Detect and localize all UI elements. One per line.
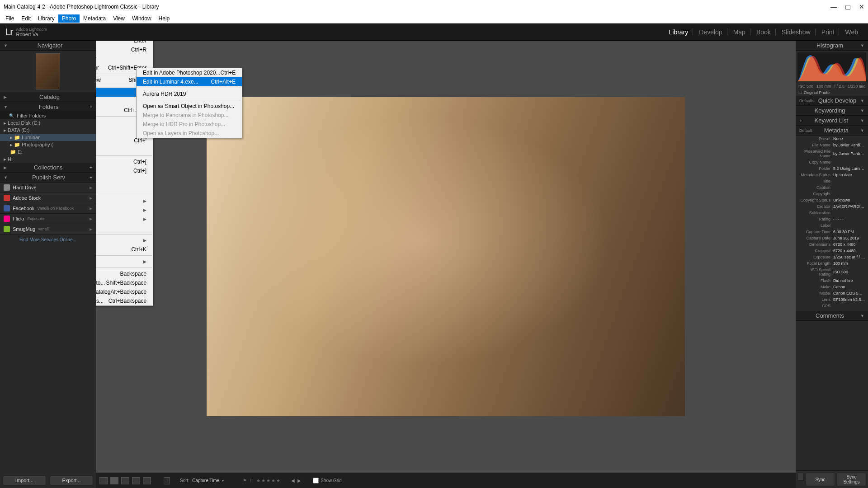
meta-rating[interactable]: Rating· · · · · (796, 216, 868, 222)
flag-pick-icon[interactable]: ⚑ (243, 478, 247, 483)
metadata-header[interactable]: DefaultMetadata▼ (796, 126, 868, 136)
module-develop[interactable]: Develop (694, 28, 727, 36)
publish-smugmug[interactable]: SmugMugvanelli▶ (0, 224, 96, 235)
menuitem-rotate-right-cw[interactable]: Rotate Right (CW)Ctrl+] (96, 166, 153, 175)
next-photo-icon[interactable]: ▶ (297, 478, 301, 483)
menuitem-remove-selected-photo[interactable]: Remove Selected Photo...Shift+Backspace (96, 278, 153, 287)
meta-capture-date[interactable]: Capture DateJune 26, 2019 (796, 235, 868, 241)
menuitem-set-rating[interactable]: Set Rating▶ (96, 206, 153, 215)
meta-label[interactable]: Label (796, 222, 868, 229)
menu-photo[interactable]: Photo (58, 14, 80, 23)
meta-exposure[interactable]: Exposure1/250 sec at f / 2.8 (796, 254, 868, 260)
menuitem-go-to-folder-in-library[interactable]: Go to Folder in Library (96, 54, 153, 63)
show-grid-checkbox[interactable] (313, 478, 319, 483)
module-web[interactable]: Web (840, 28, 863, 36)
publish-flickr[interactable]: FlickrExposure▶ (0, 214, 96, 224)
meta-make[interactable]: MakeCanon (796, 284, 868, 290)
meta-title[interactable]: Title (796, 178, 868, 184)
histogram[interactable] (797, 52, 866, 81)
folder-row[interactable]: ▸ 📁 Luminar (0, 134, 96, 141)
survey-view-icon[interactable] (132, 477, 140, 484)
meta-copyright[interactable]: Copyright (796, 191, 868, 197)
module-print[interactable]: Print (817, 28, 840, 36)
meta-folder[interactable]: Folder5.2 Using Luminar... (796, 165, 868, 172)
publish-adobe-stock[interactable]: Adobe Stock▶ (0, 193, 96, 203)
sync-toggle[interactable] (797, 473, 804, 481)
menu-library[interactable]: Library (34, 14, 58, 23)
menuitem-aurora-hdr-2019[interactable]: Aurora HDR 2019 (137, 89, 242, 99)
publish-header[interactable]: ▼Publish Serv+ (0, 173, 96, 183)
menuitem-flip-horizontal[interactable]: Flip Horizontal (96, 175, 153, 184)
folder-row[interactable]: ▸ Local Disk (C:) (0, 119, 96, 127)
rating-stars[interactable]: ★★★★★ (256, 478, 281, 483)
meta-dimensions[interactable]: Dimensions6720 x 4480 (796, 241, 868, 248)
collections-header[interactable]: ▶Collections+ (0, 163, 96, 173)
module-book[interactable]: Book (752, 28, 776, 36)
meta-capture-time[interactable]: Capture Time6:00:30 PM (796, 229, 868, 235)
flag-reject-icon[interactable]: ⚐ (250, 478, 254, 483)
folder-row[interactable]: 📁 E: (0, 148, 96, 155)
meta-focal-length[interactable]: Focal Length100 mm (796, 260, 868, 267)
module-map[interactable]: Map (729, 28, 750, 36)
meta-model[interactable]: ModelCanon EOS 5D M... (796, 290, 868, 296)
grid-view-icon[interactable] (99, 477, 108, 484)
minimize-icon[interactable]: — (830, 3, 837, 10)
meta-lens[interactable]: LensEF100mm f/2.8L M... (796, 296, 868, 303)
meta-copyright-status[interactable]: Copyright StatusUnknown (796, 197, 868, 203)
meta-copy-name[interactable]: Copy Name (796, 159, 868, 165)
menuitem-set-keyword[interactable]: Set Keyword▶ (96, 236, 153, 245)
painter-icon[interactable] (164, 477, 170, 484)
meta-creator[interactable]: CreatorJAVIER PARDINA (796, 203, 868, 210)
menuitem-set-flag[interactable]: Set Flag▶ (96, 197, 153, 206)
folder-row[interactable]: ▸ 📁 Photography ( (0, 141, 96, 148)
sort-value[interactable]: Capture Time (192, 478, 219, 483)
folder-row[interactable]: ▸ H: (0, 155, 96, 163)
publish-facebook[interactable]: FacebookVanelli on Facebook▶ (0, 203, 96, 214)
meta-flash[interactable]: FlashDid not fire (796, 277, 868, 284)
menuitem-show-in-explorer[interactable]: Show in ExplorerCtrl+R (96, 45, 153, 54)
filter-folders[interactable]: 🔍 Filter Folders (0, 112, 96, 119)
maximize-icon[interactable]: ▢ (845, 3, 851, 10)
menuitem-remove-photo-from-catalog[interactable]: Remove Photo from CatalogAlt+Backspace (96, 287, 153, 296)
compare-view-icon[interactable] (121, 477, 129, 484)
menu-edit[interactable]: Edit (18, 14, 34, 23)
menuitem-remove-photo[interactable]: Remove Photo...Backspace (96, 269, 153, 278)
loupe-view-icon[interactable] (110, 477, 118, 484)
keywording-header[interactable]: Keywording▼ (796, 106, 868, 116)
menu-window[interactable]: Window (128, 14, 155, 23)
navigator-thumbnail[interactable] (36, 53, 60, 89)
image-canvas[interactable]: Add to Quick CollectionBZoom In on Loupe… (96, 41, 796, 473)
find-more-services[interactable]: Find More Services Online... (0, 235, 96, 245)
sync-settings-button[interactable]: Sync Settings (837, 473, 866, 486)
menuitem-auto-advance[interactable]: Auto Advance (96, 224, 153, 233)
menuitem-rotate-left-ccw[interactable]: Rotate Left (CCW)Ctrl+[ (96, 157, 153, 166)
module-slideshow[interactable]: Slideshow (777, 28, 816, 36)
meta-file-name[interactable]: File Nameby Javier Pardina.CR2 (796, 142, 868, 148)
folders-header[interactable]: ▼Folders+ (0, 102, 96, 112)
meta-sublocation[interactable]: Sublocation (796, 210, 868, 216)
menuitem-flip-vertical[interactable]: Flip Vertical (96, 184, 153, 193)
folder-row[interactable]: ▸ DATA (D:) (0, 127, 96, 134)
meta-caption[interactable]: Caption (796, 184, 868, 191)
prev-photo-icon[interactable]: ◀ (291, 478, 295, 483)
show-grid-toggle[interactable]: Show Grid (313, 478, 342, 483)
menuitem-develop-settings[interactable]: Develop Settings▶ (96, 257, 153, 266)
menuitem-add-keywords[interactable]: Add Keywords...Ctrl+K (96, 245, 153, 254)
export-button[interactable]: Export... (50, 475, 93, 485)
meta-cropped[interactable]: Cropped6720 x 4480 (796, 248, 868, 254)
histogram-header[interactable]: Histogram▼ (796, 41, 868, 51)
catalog-header[interactable]: ▶Catalog (0, 92, 96, 102)
import-button[interactable]: Import... (3, 475, 46, 485)
menuitem-edit-in-adobe-photoshop-2020[interactable]: Edit in Adobe Photoshop 2020...Ctrl+E (137, 68, 242, 77)
preset-row[interactable]: PresetNone (796, 136, 868, 142)
meta-metadata-status[interactable]: Metadata StatusUp to date (796, 172, 868, 178)
menuitem-delete-rejected-photos[interactable]: Delete Rejected Photos...Ctrl+Backspace (96, 296, 153, 305)
menuitem-zoom-in-on-loupe[interactable]: Zoom In on LoupeEnter (96, 41, 153, 45)
keywordlist-header[interactable]: +Keyword List▼ (796, 116, 868, 126)
quick-develop-header[interactable]: DefaultsQuick Develop▼ (796, 96, 868, 106)
publish-hard-drive[interactable]: Hard Drive▶ (0, 183, 96, 193)
menuitem-edit-in-luminar-4-exe[interactable]: Edit in Luminar 4.exe...Ctrl+Alt+E (137, 77, 242, 86)
sort-dropdown-icon[interactable]: ▾ (222, 479, 224, 483)
meta-gps[interactable]: GPS (796, 303, 868, 309)
module-library[interactable]: Library (665, 28, 693, 36)
